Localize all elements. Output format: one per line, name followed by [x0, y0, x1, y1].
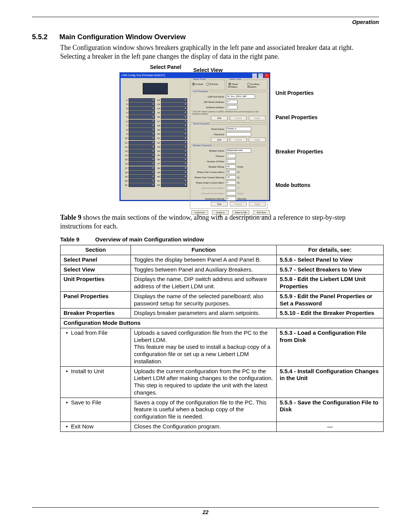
- uca-field[interactable]: 0: [226, 181, 236, 185]
- table-row: Save to FileSaves a copy of the configur…: [61, 398, 384, 422]
- rating-unit: Amps: [236, 166, 243, 168]
- install-to-unit-button[interactable]: Install to Unit: [212, 210, 229, 215]
- table-row: Select PanelToggles the display between …: [61, 255, 384, 265]
- running-header: Operation: [32, 19, 379, 25]
- hyst-label: Hysteresis Interval:: [192, 198, 226, 200]
- col-details: For details, see:: [277, 245, 384, 255]
- uca-label: Phase Under Current Alarm:: [192, 182, 226, 184]
- maximize-icon[interactable]: □: [258, 73, 263, 78]
- section-heading: 5.5.2Main Configuration Window Overview: [32, 33, 379, 41]
- sw-label: Software Address:: [192, 106, 226, 109]
- label-select-panel: Select Panel: [150, 64, 182, 70]
- ovw-label: Phase Over Current Warning:: [192, 176, 226, 179]
- breaker-row[interactable]: 1536: [123, 158, 188, 162]
- breaker-row[interactable]: 627: [123, 119, 188, 123]
- table-caption: Table 9Overview of main Configuration wi…: [60, 236, 379, 243]
- radio-a-panel[interactable]: [192, 83, 195, 86]
- unit-cancel-button[interactable]: Cancel: [230, 116, 247, 120]
- minimize-icon[interactable]: _: [252, 73, 257, 78]
- breaker-row[interactable]: 1637: [123, 162, 188, 166]
- dip-label: DIP Switch Address:: [192, 101, 226, 103]
- radio-b-panel-label: B Panel: [210, 83, 218, 85]
- poles-field[interactable]: 1: [226, 159, 236, 163]
- breaker-row[interactable]: 1132: [123, 141, 188, 145]
- breaker-row[interactable]: 1031: [123, 136, 188, 141]
- col-section: Section: [61, 245, 131, 255]
- label-panel-properties: Panel Properties: [276, 114, 329, 120]
- breaker-properties-group: Breaker Properties Breaker Name:BREAKER …: [190, 146, 268, 209]
- breaker-cancel-button[interactable]: Cancel: [230, 202, 247, 206]
- breaker-row[interactable]: 2041: [123, 179, 188, 183]
- breaker-name-field[interactable]: BREAKER #04: [226, 149, 251, 153]
- radio-a-panel-label: A Panel: [195, 83, 203, 85]
- password-field[interactable]: [226, 132, 251, 136]
- breaker-row[interactable]: 2142: [123, 183, 188, 187]
- ldm-device-icon: [143, 83, 168, 94]
- gca-label: Ground Current Alarm:: [192, 192, 226, 195]
- breaker-row[interactable]: 1940: [123, 174, 188, 179]
- position-field[interactable]: 4: [226, 154, 236, 158]
- nca-unit: %: [236, 187, 239, 189]
- rating-label: Breaker Rating:: [192, 166, 226, 168]
- table-row: Select ViewToggles between Panel and Aux…: [61, 265, 384, 275]
- gca-unit: Amps: [236, 192, 243, 195]
- unit-edit-button[interactable]: Edit: [211, 116, 228, 120]
- radio-b-panel[interactable]: [206, 83, 209, 86]
- group-title-select-panel: Select Panel: [192, 78, 207, 80]
- group-title-select-view: Select View: [228, 78, 242, 80]
- breaker-row[interactable]: 728: [123, 123, 188, 128]
- close-icon[interactable]: ×: [264, 73, 269, 78]
- panel-edit-button[interactable]: Edit: [211, 137, 228, 142]
- window-title: LDM Config Tool (Firmware Build:67): [121, 73, 165, 78]
- breaker-row[interactable]: 1435: [123, 153, 188, 158]
- page-number: 22: [32, 509, 379, 515]
- breaker-row[interactable]: 829: [123, 128, 188, 132]
- unit-name-field[interactable]: Sr_Svs_225A_SEF: [226, 94, 255, 99]
- breaker-row[interactable]: 1738: [123, 166, 188, 170]
- panel-apply-button[interactable]: Apply: [249, 137, 266, 142]
- label-unit-properties: Unit Properties: [276, 90, 329, 96]
- breaker-row[interactable]: 425: [123, 111, 188, 115]
- dip-note: * The DIP Switch address is ZERO, theref…: [192, 110, 266, 115]
- config-window-diagram: Select Panel Select View Unit Properties…: [97, 64, 333, 209]
- table-row: Panel PropertiesDisplays the name of the…: [61, 291, 384, 308]
- exit-now-button[interactable]: Exit Now: [253, 210, 270, 215]
- ovw-field[interactable]: 75: [226, 175, 236, 179]
- breaker-name-label: Breaker Name:: [192, 150, 226, 152]
- unit-apply-button[interactable]: Apply: [249, 116, 266, 120]
- group-title-unit: Unit Properties: [192, 90, 209, 93]
- breaker-edit-button[interactable]: Edit: [211, 202, 228, 206]
- breaker-row[interactable]: 122: [123, 98, 188, 102]
- ova-field[interactable]: 80: [226, 170, 236, 174]
- breaker-row[interactable]: 1233: [123, 145, 188, 149]
- unit-name-label: LDM Unit Name:: [192, 96, 226, 98]
- sw-field[interactable]: 3: [226, 105, 237, 109]
- section-number: 5.5.2: [32, 33, 59, 41]
- breaker-row[interactable]: 526: [123, 115, 188, 119]
- breaker-row[interactable]: 930: [123, 132, 188, 136]
- load-from-file-button[interactable]: Load from File: [191, 210, 208, 215]
- breaker-row[interactable]: 324: [123, 106, 188, 110]
- table-row: Load from FileUploads a saved configurat…: [61, 328, 384, 366]
- table-ref: Table 9: [60, 214, 81, 221]
- hy-unit: Seconds: [236, 198, 246, 200]
- group-title-breaker: Breaker Properties: [192, 144, 213, 147]
- hy-field[interactable]: 5: [226, 197, 236, 201]
- breaker-apply-button[interactable]: Apply: [249, 202, 266, 206]
- rating-field[interactable]: 20: [226, 165, 236, 169]
- nca-label: Neutral Current Alarm:: [192, 187, 226, 189]
- unit-properties-group: Unit Properties LDM Unit Name:Sr_Svs_225…: [190, 92, 268, 123]
- ova-unit: %: [236, 171, 239, 173]
- nca-field: 0: [226, 186, 236, 190]
- panel-name-field[interactable]: PANEL A: [226, 127, 251, 131]
- panel-cancel-button[interactable]: Cancel: [230, 137, 247, 142]
- label-mode-buttons: Mode buttons: [276, 182, 329, 188]
- dip-field[interactable]: 0 *: [226, 100, 237, 104]
- radio-aux-breakers[interactable]: [247, 83, 250, 86]
- save-to-file-button[interactable]: Save to File: [233, 210, 249, 215]
- label-breaker-properties: Breaker Properties: [276, 149, 329, 155]
- breaker-row[interactable]: 1334: [123, 149, 188, 153]
- breaker-row[interactable]: 1839: [123, 170, 188, 174]
- radio-panel-breakers[interactable]: [228, 83, 231, 86]
- breaker-row[interactable]: 223: [123, 102, 188, 106]
